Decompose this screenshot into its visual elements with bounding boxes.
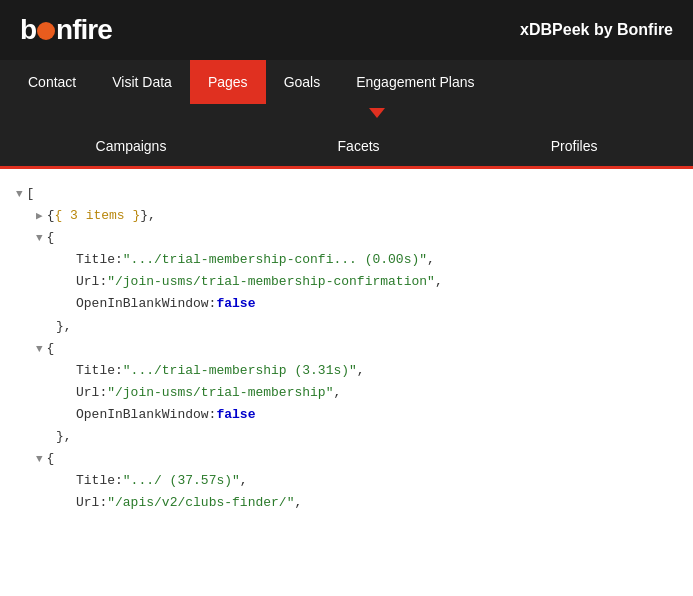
item2-toggle[interactable]: ▼ — [36, 228, 43, 248]
item-2: ▼ { Title: ".../trial-membership-confi..… — [36, 227, 677, 337]
root-toggle[interactable]: ▼ — [16, 184, 23, 204]
item4-url: Url: "/apis/v2/clubs-finder/", — [76, 492, 677, 514]
item3-openinblank: OpenInBlankWindow: false — [76, 404, 677, 426]
item4-fields: Title: ".../ (37.57s)", Url: "/apis/v2/c… — [76, 470, 677, 514]
logo-dot — [37, 22, 55, 40]
nav-facets[interactable]: Facets — [308, 126, 410, 166]
nav-profiles[interactable]: Profiles — [521, 126, 628, 166]
item4-title: Title: ".../ (37.57s)", — [76, 470, 677, 492]
logo-text-rest: nfire — [56, 14, 112, 46]
nav-campaigns[interactable]: Campaigns — [66, 126, 197, 166]
header: b nfire xDBPeek by Bonfire — [0, 0, 693, 60]
logo: b nfire — [20, 14, 112, 46]
item3-title: Title: ".../trial-membership (3.31s)", — [76, 360, 677, 382]
nav-goals[interactable]: Goals — [266, 60, 339, 104]
item4-toggle[interactable]: ▼ — [36, 449, 43, 469]
item2-openinblank: OpenInBlankWindow: false — [76, 293, 677, 315]
secondary-nav: Campaigns Facets Profiles — [0, 126, 693, 169]
item3-fields: Title: ".../trial-membership (3.31s)", U… — [76, 360, 677, 426]
item-4: ▼ { Title: ".../ (37.57s)", Url: "/apis/… — [36, 448, 677, 514]
app-title: xDBPeek by Bonfire — [520, 21, 673, 39]
pages-dropdown-arrow — [369, 108, 385, 118]
root-array-open: ▼ [ — [16, 183, 677, 205]
item2-title: Title: ".../trial-membership-confi... (0… — [76, 249, 677, 271]
primary-nav: Contact Visit Data Pages Goals Engagemen… — [0, 60, 693, 104]
logo-text: b — [20, 14, 36, 46]
item2-fields: Title: ".../trial-membership-confi... (0… — [76, 249, 677, 315]
item2-url: Url: "/join-usms/trial-membership-confir… — [76, 271, 677, 293]
nav-engagement-plans[interactable]: Engagement Plans — [338, 60, 492, 104]
nav-pages[interactable]: Pages — [190, 60, 266, 104]
item3-toggle[interactable]: ▼ — [36, 339, 43, 359]
json-content: ▼ [ ▶ { { 3 items } }, ▼ { Title: ".../t… — [0, 169, 693, 528]
item1-toggle[interactable]: ▶ — [36, 206, 43, 226]
nav-visit-data[interactable]: Visit Data — [94, 60, 190, 104]
item-3: ▼ { Title: ".../trial-membership (3.31s)… — [36, 338, 677, 448]
item-1: ▶ { { 3 items } }, — [36, 205, 677, 227]
nav-contact[interactable]: Contact — [10, 60, 94, 104]
item3-url: Url: "/join-usms/trial-membership", — [76, 382, 677, 404]
